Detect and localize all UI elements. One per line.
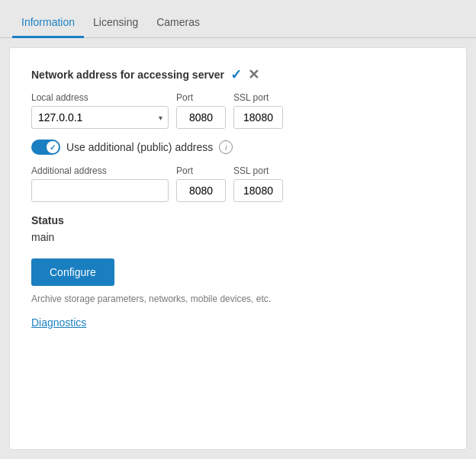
main-card: Network address for accessing server ✓ ✕… [9, 47, 467, 450]
confirm-icon[interactable]: ✓ [230, 66, 242, 83]
additional-port-field-group: Port [176, 165, 226, 202]
additional-ssl-port-label: SSL port [233, 165, 283, 176]
local-address-select[interactable]: 127.0.0.1 [31, 106, 169, 129]
tab-licensing[interactable]: Licensing [84, 8, 147, 38]
ssl-port-label: SSL port [233, 92, 283, 103]
local-address-field-group: Local address 127.0.0.1 ▾ [31, 92, 169, 129]
network-section-title: Network address for accessing server ✓ ✕ [31, 66, 445, 83]
additional-ssl-port-field-group: SSL port [233, 165, 283, 202]
toggle-label-text: Use additional (public) address [66, 141, 213, 153]
local-address-label: Local address [31, 92, 169, 103]
ssl-port-input[interactable] [233, 106, 283, 129]
toggle-row: ✓ Use additional (public) address i [31, 140, 445, 155]
additional-port-label: Port [176, 165, 226, 176]
archive-note: Archive storage parameters, networks, mo… [31, 294, 445, 304]
local-address-row: Local address 127.0.0.1 ▾ Port SSL port [31, 92, 445, 129]
status-section: Status main [31, 214, 445, 243]
local-address-select-wrapper[interactable]: 127.0.0.1 ▾ [31, 106, 169, 129]
status-heading: Status [31, 214, 445, 226]
status-value: main [31, 231, 445, 243]
use-additional-address-toggle[interactable]: ✓ [31, 140, 60, 155]
port-field-group: Port [176, 92, 226, 129]
additional-address-label: Additional address [31, 165, 169, 176]
configure-button[interactable]: Configure [31, 258, 114, 286]
toggle-check-icon: ✓ [50, 143, 56, 152]
additional-address-field-group: Additional address [31, 165, 169, 202]
tab-information[interactable]: Information [12, 8, 84, 38]
tab-cameras[interactable]: Cameras [147, 8, 209, 38]
additional-address-input[interactable] [31, 179, 169, 202]
cancel-icon[interactable]: ✕ [248, 66, 259, 83]
additional-address-row: Additional address Port SSL port [31, 165, 445, 202]
toggle-thumb: ✓ [47, 141, 59, 153]
toggle-track[interactable]: ✓ [31, 140, 60, 155]
diagnostics-link[interactable]: Diagnostics [31, 316, 86, 329]
port-label: Port [176, 92, 226, 103]
port-input[interactable] [176, 106, 226, 129]
info-icon[interactable]: i [219, 140, 233, 154]
tab-bar: Information Licensing Cameras [0, 0, 476, 38]
app-container: Information Licensing Cameras Network ad… [0, 0, 476, 459]
network-title-text: Network address for accessing server [31, 69, 224, 81]
ssl-port-field-group: SSL port [233, 92, 283, 129]
additional-ssl-port-input[interactable] [233, 179, 283, 202]
additional-port-input[interactable] [176, 179, 226, 202]
